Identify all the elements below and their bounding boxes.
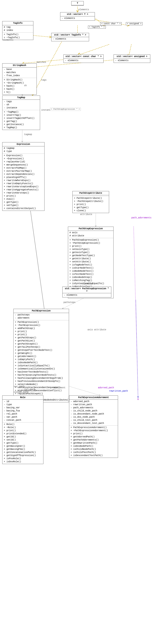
box-PathStepExpression-title: PathStepExpression	[68, 227, 113, 231]
svg-line-9	[32, 40, 62, 96]
box-PathExpressionAdornment-attrs: - adorned_path - rewritten_path - path_a…	[69, 400, 118, 426]
box-Role-title: Role	[3, 396, 43, 400]
label-attribute: attribute	[80, 213, 92, 216]
box-std-vector-PathStepExp-elements: - elements	[63, 293, 111, 297]
box-PathStepAttribute: PathStepAttribute + PathStepAttribute() …	[72, 191, 109, 213]
svg-line-19	[134, 226, 138, 400]
box-TagMap: TagMap - tags - sh - instance + ~TagMap(…	[2, 96, 40, 130]
box-std-vector-unsigned-elements: - elements	[114, 59, 150, 63]
box-PathExpression-methods: + PathExpression() + ~PathExpression() +…	[14, 320, 69, 402]
box-T: T	[71, 1, 84, 6]
box-std-vector-T: std::vector< T > - elements	[60, 12, 95, 21]
box-std-vector-TagInfo-title: std::vector< TagInfo * >	[51, 33, 89, 37]
label-rel-path: rel_path	[25, 388, 35, 391]
box-PathExpression-attrs: - pathsteps - adornment	[14, 313, 69, 320]
box-TagMap-title: TagMap	[3, 96, 40, 100]
diagram: T elements std::vector< T > - elements <…	[0, 0, 161, 644]
svg-line-6	[80, 44, 109, 54]
box-std-vector-T-elements: - elements	[60, 16, 95, 20]
label-pathsteps: pathsteps	[63, 301, 75, 304]
box-std-vector-unsigned-title: std::vector< unsigned >	[114, 55, 150, 59]
box-std-vector-constchar-title: std::vector< const char * >	[64, 55, 103, 59]
label-concat-path: concat_path	[14, 391, 29, 394]
box-TagInfo-attrs: # tag # index	[3, 25, 33, 33]
label-tags: tags	[41, 79, 47, 81]
svg-line-20	[136, 300, 138, 398]
box-PathExpressionAdornment-title: PathExpressionAdornment	[69, 396, 118, 400]
box-TagInfo: TagInfo # tag # index + TagInfo() + ~Tag…	[2, 21, 33, 40]
box-PathStepAttribute-methods: + PathStepAttribute() + ~PathStepAttribu…	[72, 196, 109, 213]
box-PathStepAttribute-title: PathStepAttribute	[72, 191, 109, 195]
label-var-path: var_path	[14, 386, 25, 388]
box-PathExpressionAdornment-methods: + PathExpressionAdornment() + ~PathExpre…	[69, 426, 118, 458]
box-StringHash-methods: + StringHash() + ~StringHash() + hash() …	[3, 78, 37, 94]
svg-line-7	[129, 44, 131, 54]
template-pathstepexp-tagmap: < PathStepExpression * >	[50, 108, 81, 111]
label-adorned-path: adorned_path	[98, 386, 114, 389]
label-path-adornments: path_adornments	[131, 216, 151, 219]
template-unsigned: < unsigned >	[126, 22, 142, 25]
label-elements-pse: elements	[83, 282, 93, 285]
box-std-vector-PathStepExp-title: std::vector< PathStepExpression * >	[63, 287, 111, 293]
box-std-vector-TagInfo-elements: - elements	[51, 37, 89, 41]
label-elements-taginfo: elements	[3, 39, 13, 41]
box-StringHash: StringHash - base - matches - free_index…	[2, 63, 37, 95]
box-TagMap-methods: + ~TagMap() + insertTag() + insertTagWit…	[3, 110, 40, 130]
label-elements-1: elements	[78, 8, 89, 11]
box-StringHash-attrs: - base - matches - free_index	[3, 68, 37, 78]
box-std-vector-constchar-elements: - elements	[64, 59, 103, 63]
label-axis-attribute: axis attribute	[87, 328, 107, 331]
label-sh: sh	[24, 84, 27, 87]
box-Expression-methods: + Expression() + ~Expression() + replace…	[3, 154, 44, 210]
box-PathExpression-title: PathExpression	[14, 309, 69, 313]
box-std-vector-PathStepExp: std::vector< PathStepExpression * > - el…	[62, 286, 111, 298]
box-StringHash-title: StringHash	[3, 64, 37, 68]
template-TagInfo: < TagInfo * >	[88, 26, 106, 29]
label-adornment: adornment	[53, 386, 65, 389]
box-Role: Role - id - type - basing_var - basing_f…	[2, 396, 43, 464]
label-matches: matches	[37, 61, 46, 64]
box-Role-methods: + Role() + ~Role() + print() + printExte…	[3, 422, 43, 464]
box-PathStepExpression-attrs: # axis # attribute	[68, 231, 113, 238]
box-PathExpressionAdornment: PathExpressionAdornment - adorned_path -…	[69, 396, 118, 458]
box-Role-attrs: - id - type - basing_var - basing_fsa - …	[3, 400, 43, 422]
label-rewritten-path: rewritten_path	[109, 390, 128, 392]
box-std-vector-constchar: std::vector< const char * > - elements	[63, 54, 104, 63]
template-constchar: < const char * >	[100, 22, 122, 25]
box-Expression-title: Expression	[3, 142, 44, 146]
svg-line-18	[29, 200, 45, 311]
label-tagmap: tagmap	[24, 133, 32, 136]
box-std-vector-TagInfo: std::vector< TagInfo * > - elements	[51, 33, 89, 41]
box-T-title: T	[71, 1, 84, 5]
box-Expression-attrs: # tagmap # type	[3, 146, 44, 154]
box-std-vector-T-title: std::vector< T >	[60, 12, 95, 16]
box-TagInfo-title: TagInfo	[3, 21, 33, 25]
box-TagMap-attrs: - tags - sh - instance	[3, 100, 40, 110]
box-Expression: Expression # tagmap # type + Expression(…	[2, 142, 45, 211]
box-std-vector-unsigned: std::vector< unsigned > - elements	[114, 54, 150, 63]
